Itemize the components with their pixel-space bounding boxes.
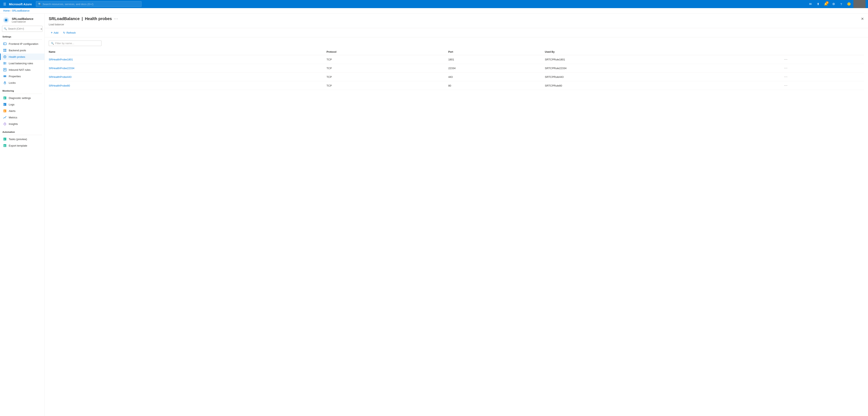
row-more-btn-0[interactable]: ···: [783, 57, 788, 62]
add-icon: +: [51, 31, 53, 34]
probe-link-2[interactable]: SRHealthProbe443: [49, 75, 71, 78]
filter-icon: 🔍: [51, 42, 54, 45]
sidebar-item-frontend-ip[interactable]: Frontend IP configuration: [0, 40, 44, 47]
probe-link-1[interactable]: SRHealthProbe22334: [49, 67, 74, 70]
add-label: Add: [54, 31, 58, 34]
diagnostic-settings-label: Diagnostic settings: [9, 97, 31, 100]
svg-rect-7: [3, 50, 5, 52]
panel-header: SRLoadBalance | Health probes ··· ✕ Load…: [45, 13, 868, 28]
diagnostic-settings-icon: D: [3, 96, 7, 100]
toolbar: + Add ↻ Refresh: [45, 28, 868, 37]
logs-icon: L: [3, 103, 7, 106]
filter-input[interactable]: [55, 42, 99, 45]
settings-divider: [2, 39, 42, 40]
alerts-label: Alerts: [9, 109, 16, 112]
row-more-btn-3[interactable]: ···: [783, 83, 788, 88]
metrics-label: Metrics: [9, 116, 17, 119]
cell-protocol-1: TCP: [327, 64, 448, 73]
load-balancing-rules-label: Load balancing rules: [9, 62, 33, 65]
search-icon: 🔍: [38, 3, 41, 6]
probe-link-0[interactable]: SRHealthProbe1801: [49, 58, 73, 61]
help-icon[interactable]: ?: [838, 1, 844, 7]
breadcrumb: Home › SRLoadBalance: [0, 8, 868, 13]
cell-port-2: 443: [448, 73, 545, 81]
resource-name: SRLoadBalance: [12, 17, 33, 21]
resource-type: Load balancer: [12, 21, 33, 23]
table-header: Name Protocol Port Used By: [49, 49, 864, 55]
sidebar: SRLoadBalance Load balancer 🔍 « Settings…: [0, 13, 45, 416]
cell-name-2: SRHealthProbe443: [49, 73, 327, 81]
sidebar-item-locks[interactable]: Locks: [0, 79, 44, 86]
cell-used-by-2: SRTCPRule443: [545, 73, 783, 81]
feedback-icon[interactable]: 🙂: [846, 1, 852, 7]
hamburger-menu[interactable]: ☰: [2, 1, 7, 7]
col-port: Port: [448, 49, 545, 55]
probe-link-3[interactable]: SRHealthProbe80: [49, 84, 70, 87]
metrics-icon: [3, 115, 7, 119]
sidebar-item-properties[interactable]: Properties: [0, 73, 44, 79]
main-panel: SRLoadBalance | Health probes ··· ✕ Load…: [45, 13, 868, 416]
sidebar-search-input[interactable]: [8, 27, 38, 30]
col-used-by: Used By: [545, 49, 783, 55]
breadcrumb-home[interactable]: Home: [3, 9, 10, 12]
cell-used-by-1: SRTCPRule22334: [545, 64, 783, 73]
inbound-nat-rules-label: Inbound NAT rules: [9, 68, 30, 71]
panel-more-options-btn[interactable]: ···: [114, 16, 118, 21]
alerts-icon: A: [3, 109, 7, 113]
sidebar-item-insights[interactable]: Insights: [0, 120, 44, 127]
brand-name: Microsoft Azure: [9, 2, 32, 6]
add-button[interactable]: + Add: [49, 30, 60, 35]
refresh-button[interactable]: ↻ Refresh: [61, 30, 78, 35]
breadcrumb-resource[interactable]: SRLoadBalance: [12, 9, 30, 12]
sidebar-item-backend-pools[interactable]: Backend pools: [0, 47, 44, 54]
svg-text:Ex: Ex: [4, 145, 6, 146]
bell-icon[interactable]: 🔔 4: [823, 1, 829, 7]
refresh-label: Refresh: [66, 31, 76, 34]
table-row: SRHealthProbe443 TCP 443 SRTCPRule443 ··…: [49, 73, 864, 81]
cell-used-by-0: SRTCPRule1801: [545, 55, 783, 64]
svg-text:L: L: [4, 104, 5, 106]
sidebar-item-metrics[interactable]: Metrics: [0, 114, 44, 120]
sidebar-item-export-template[interactable]: Ex Export template: [0, 142, 44, 149]
settings-section-label: Settings: [0, 33, 44, 39]
sidebar-item-inbound-nat-rules[interactable]: Inbound NAT rules: [0, 67, 44, 73]
svg-rect-5: [3, 49, 5, 50]
row-more-btn-2[interactable]: ···: [783, 75, 788, 79]
locks-icon: [3, 81, 7, 84]
cell-port-0: 1801: [448, 55, 545, 64]
cloud-upload-icon[interactable]: ⬆: [815, 1, 821, 7]
frontend-ip-icon: [3, 42, 7, 46]
filter-box[interactable]: 🔍: [49, 40, 101, 46]
cell-name-1: SRHealthProbe22334: [49, 64, 327, 73]
email-icon[interactable]: ✉: [807, 1, 814, 7]
svg-rect-6: [5, 49, 6, 50]
cell-protocol-0: TCP: [327, 55, 448, 64]
sidebar-item-logs[interactable]: L Logs: [0, 101, 44, 108]
load-balancer-icon: [2, 16, 10, 24]
backend-pools-icon: [3, 48, 7, 52]
sidebar-item-tasks-preview[interactable]: T Tasks (preview): [0, 136, 44, 142]
row-more-btn-1[interactable]: ···: [783, 66, 788, 70]
top-nav: ☰ Microsoft Azure 🔍 ✉ ⬆ 🔔 4 ⚙ ? 🙂: [0, 0, 868, 8]
global-search-bar[interactable]: 🔍: [36, 1, 142, 7]
cell-port-3: 80: [448, 81, 545, 90]
table-row: SRHealthProbe80 TCP 80 SRTCPRule80 ···: [49, 81, 864, 90]
svg-rect-3: [3, 43, 6, 45]
settings-icon[interactable]: ⚙: [830, 1, 837, 7]
collapse-sidebar-btn[interactable]: «: [40, 27, 43, 31]
cell-protocol-2: TCP: [327, 73, 448, 81]
sidebar-item-load-balancing-rules[interactable]: Load balancing rules: [0, 60, 44, 67]
cell-used-by-3: SRTCPRule80: [545, 81, 783, 90]
close-panel-btn[interactable]: ✕: [861, 16, 864, 21]
sidebar-item-diagnostic-settings[interactable]: D Diagnostic settings: [0, 95, 44, 101]
export-template-icon: Ex: [3, 144, 7, 147]
sidebar-item-health-probes[interactable]: Health probes: [0, 54, 44, 60]
svg-rect-20: [4, 82, 6, 84]
table-row: SRHealthProbe22334 TCP 22334 SRTCPRule22…: [49, 64, 864, 73]
content-area: SRLoadBalance Load balancer 🔍 « Settings…: [0, 13, 868, 416]
user-avatar[interactable]: [854, 0, 866, 8]
global-search-input[interactable]: [43, 3, 139, 6]
sidebar-item-alerts[interactable]: A Alerts: [0, 108, 44, 114]
col-actions: [783, 49, 864, 55]
backend-pools-label: Backend pools: [9, 49, 26, 52]
